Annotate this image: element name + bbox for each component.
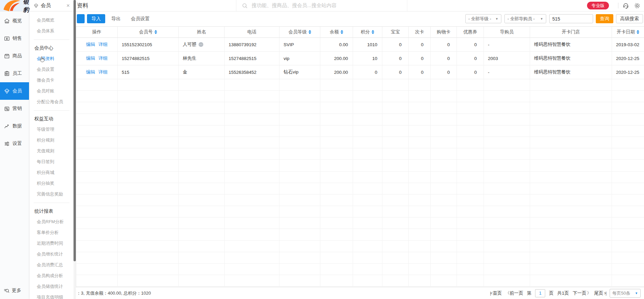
pagination-next[interactable]: 下一页》 xyxy=(573,290,590,296)
sidebar-item-overview[interactable]: 概览 xyxy=(0,12,29,30)
per-page-select[interactable]: 每页50条 ▼ xyxy=(610,289,641,298)
panel-item[interactable]: 会员对账 xyxy=(30,86,74,96)
close-icon[interactable]: × xyxy=(66,3,70,8)
empty-cell xyxy=(320,125,353,137)
panel-item[interactable]: 充值规则 xyxy=(30,146,74,156)
panel-item[interactable]: 会员消费汇总 xyxy=(30,260,74,270)
sidebar-item-data[interactable]: 数据 xyxy=(0,117,29,135)
member-search-input[interactable] xyxy=(549,14,593,23)
empty-cell xyxy=(118,229,179,240)
panel-item[interactable]: 会员增长统计 xyxy=(30,249,74,260)
panel-item[interactable]: 每日签到 xyxy=(30,156,74,167)
actions-cell: 编辑详细 xyxy=(76,65,118,79)
empty-row xyxy=(76,275,644,287)
store-cell: 维码思特智慧餐饮 xyxy=(530,38,612,52)
empty-cell xyxy=(457,183,484,195)
pro-version-badge[interactable]: 专业版 xyxy=(587,2,609,9)
detail-link[interactable]: 详细 xyxy=(98,69,108,75)
panel-item[interactable]: 积分抽奖 xyxy=(30,178,74,189)
empty-cell xyxy=(431,217,457,229)
panel-item[interactable]: 近期消费时间 xyxy=(30,238,74,249)
sidebar-item-sales[interactable]: 销售 xyxy=(0,30,29,47)
empty-cell xyxy=(382,229,409,240)
panel-item[interactable]: 等级管理 xyxy=(30,124,74,135)
empty-cell xyxy=(612,125,644,137)
empty-cell xyxy=(118,102,179,114)
empty-cell xyxy=(353,148,382,160)
panel-scrollbar[interactable] xyxy=(74,0,76,299)
pagination-first[interactable]: |<首页 xyxy=(490,290,502,296)
detail-link[interactable]: 详细 xyxy=(98,55,108,61)
global-search-input[interactable]: 搜功能、搜商品、搜会员...搜全站内容 xyxy=(242,0,337,11)
panel-item[interactable]: 会员资料 xyxy=(30,53,74,64)
empty-cell xyxy=(612,91,644,102)
empty-cell xyxy=(457,91,484,102)
column-header[interactable]: 积分 xyxy=(353,27,382,38)
column-header[interactable]: 会员等级 xyxy=(280,27,320,38)
empty-cell xyxy=(118,114,179,125)
panel-item[interactable]: 客单价分析 xyxy=(30,227,74,238)
column-header[interactable]: 会员号 xyxy=(118,27,179,38)
empty-cell xyxy=(353,114,382,125)
panel-item[interactable]: 会员储值统计 xyxy=(30,281,74,292)
panel-item[interactable]: 完善信息奖励 xyxy=(30,189,74,200)
guide-filter-dropdown[interactable]: - 全部导购员 - ▼ xyxy=(504,14,546,23)
panel-item[interactable]: 会员RFM分析 xyxy=(30,216,74,227)
sidebar-item-more[interactable]: 更多 xyxy=(0,283,29,298)
empty-cell xyxy=(353,183,382,195)
sort-icon[interactable] xyxy=(372,30,374,34)
page-number-input[interactable] xyxy=(535,289,545,297)
sort-icon[interactable] xyxy=(637,30,639,34)
panel-item[interactable]: 会员体系 xyxy=(30,26,74,36)
query-button[interactable]: 查询 xyxy=(596,14,613,23)
more-search-icon xyxy=(3,288,10,294)
panel-item[interactable]: 分配公海会员 xyxy=(30,96,74,107)
advanced-search-button[interactable]: 高级搜索 xyxy=(616,14,643,23)
sidebar-item-goods[interactable]: 商品 xyxy=(0,47,29,65)
panel-scrollbar-thumb[interactable] xyxy=(74,0,76,261)
cell-value: 金 xyxy=(183,69,187,75)
hidden-button-fragment[interactable] xyxy=(77,14,85,23)
panel-item[interactable]: 会员构成分析 xyxy=(30,270,74,281)
empty-cell xyxy=(280,217,320,229)
edit-link[interactable]: 编辑 xyxy=(86,41,95,48)
panel-item[interactable]: 会员概览 xyxy=(30,15,74,26)
edit-link[interactable]: 编辑 xyxy=(86,69,95,75)
logo[interactable]: 银豹 xyxy=(0,0,29,11)
import-button[interactable]: 导入 xyxy=(87,14,105,23)
shopping-card-cell: 0 xyxy=(431,65,457,79)
support-headset-icon[interactable] xyxy=(622,2,630,9)
empty-cell xyxy=(457,114,484,125)
pagination-prev[interactable]: 《前一页 xyxy=(505,290,523,296)
panel-item[interactable]: 会员设置 xyxy=(30,64,74,75)
sort-icon[interactable] xyxy=(154,30,157,34)
column-header[interactable]: 余额 xyxy=(320,27,353,38)
empty-cell xyxy=(457,137,484,148)
level-filter-dropdown[interactable]: - 全部等级 - ▼ xyxy=(465,14,501,23)
sidebar-item-marketing[interactable]: 营销 xyxy=(0,100,29,117)
sort-icon[interactable] xyxy=(309,30,311,34)
pagination-last[interactable]: 尾页>| xyxy=(594,290,606,296)
empty-cell xyxy=(484,275,530,287)
empty-cell xyxy=(225,125,280,137)
sidebar-item-staff[interactable]: 员工 xyxy=(0,65,29,82)
panel-item[interactable]: 积分商城 xyxy=(30,167,74,178)
empty-cell xyxy=(457,264,484,275)
empty-cell xyxy=(612,172,644,183)
panel-item[interactable]: 积分规则 xyxy=(30,135,74,146)
panel-item[interactable]: 微会员卡 xyxy=(30,75,74,86)
edit-link[interactable]: 编辑 xyxy=(86,55,95,61)
empty-cell xyxy=(179,79,225,91)
sort-icon[interactable] xyxy=(341,30,343,34)
detail-link[interactable]: 详细 xyxy=(98,41,108,48)
column-header[interactable]: 开卡日期 xyxy=(612,27,644,38)
export-button[interactable]: 导出 xyxy=(111,14,121,23)
empty-cell xyxy=(280,183,320,195)
gear-icon[interactable] xyxy=(634,2,641,9)
sidebar-item-member[interactable]: 会员 xyxy=(0,82,29,100)
baby-cell: 0 xyxy=(382,52,409,65)
member-settings-button[interactable]: 会员设置 xyxy=(131,14,150,23)
card-no-cell: 515 xyxy=(118,65,179,79)
sidebar-item-settings[interactable]: 设置 xyxy=(0,135,29,152)
panel-item[interactable]: 项目充值明细 xyxy=(30,292,74,299)
